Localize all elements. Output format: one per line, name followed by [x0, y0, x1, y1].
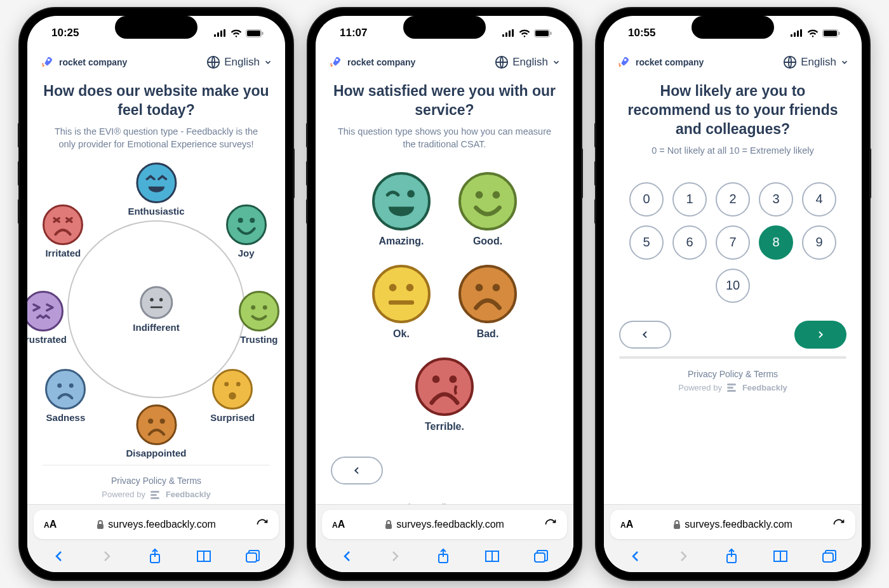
back-button[interactable]: [331, 457, 383, 484]
emotion-irritated[interactable]: Irritated: [43, 204, 83, 258]
bookmarks-icon[interactable]: [772, 549, 789, 564]
back-icon[interactable]: [51, 549, 67, 564]
svg-point-40: [493, 191, 500, 199]
emotion-trusting[interactable]: Trusting: [239, 291, 279, 345]
brand: rocket company: [40, 55, 127, 69]
battery-icon: [246, 29, 264, 37]
nps-option-8[interactable]: 8: [759, 225, 793, 260]
nps-option-2[interactable]: 2: [716, 182, 750, 217]
share-icon[interactable]: [436, 548, 451, 565]
svg-point-14: [251, 305, 255, 310]
emotion-disappointed[interactable]: Disappointed: [126, 404, 186, 458]
csat-label: Good.: [473, 236, 502, 247]
face-joy-icon: [226, 204, 267, 245]
svg-point-47: [450, 376, 457, 384]
nav-row: [316, 451, 573, 488]
svg-rect-35: [551, 32, 552, 35]
svg-point-44: [476, 284, 483, 291]
battery-icon: [822, 29, 840, 37]
nps-option-9[interactable]: 9: [802, 225, 836, 260]
svg-rect-6: [262, 32, 264, 35]
svg-rect-53: [535, 553, 545, 562]
safari-toolbar: [604, 544, 862, 572]
wifi-icon: [231, 29, 242, 37]
share-icon[interactable]: [147, 548, 163, 565]
emotion-enthusiastic[interactable]: Enthusiastic: [128, 163, 184, 217]
next-button[interactable]: [794, 321, 846, 349]
nps-option-1[interactable]: 1: [672, 182, 707, 217]
cellular-icon: [791, 29, 803, 37]
emotion-frustrated[interactable]: Frustrated: [27, 291, 67, 345]
csat-label: Ok.: [393, 328, 410, 340]
survey-header: rocket company English: [604, 50, 862, 78]
emotion-indifferent[interactable]: Indifferent: [133, 286, 179, 332]
refresh-icon[interactable]: [256, 518, 269, 531]
emotion-label: Frustrated: [27, 334, 67, 345]
language-selector[interactable]: English: [783, 55, 849, 69]
bookmarks-icon[interactable]: [196, 549, 212, 564]
face-enthusiastic-icon: [136, 163, 177, 203]
question-subtitle: This is the EVI® question type - Feedbac…: [27, 125, 285, 160]
nps-option-3[interactable]: 3: [759, 182, 793, 217]
url-text: surveys.feedbackly.com: [108, 519, 216, 530]
svg-rect-55: [794, 32, 796, 37]
nps-option-5[interactable]: 5: [629, 225, 664, 260]
status-icons: [214, 29, 264, 37]
share-icon[interactable]: [724, 548, 739, 565]
privacy-link[interactable]: Privacy Policy & Terms: [316, 492, 573, 504]
lock-icon: [673, 520, 681, 529]
nps-option-4[interactable]: 4: [802, 182, 836, 217]
nps-option-10[interactable]: 10: [716, 269, 750, 303]
svg-rect-3: [224, 29, 225, 37]
back-icon[interactable]: [628, 549, 643, 564]
rocket-icon: [328, 55, 342, 69]
back-button[interactable]: [619, 321, 671, 349]
notch: [692, 16, 774, 39]
url-bar[interactable]: AA surveys.feedbackly.com: [610, 510, 855, 539]
privacy-link[interactable]: Privacy Policy & Terms: [27, 465, 285, 490]
face-terrible-icon: [415, 357, 474, 416]
text-size-button[interactable]: AA: [44, 519, 57, 530]
face-surprised-icon: [212, 369, 253, 410]
csat-label: Bad.: [477, 328, 499, 340]
privacy-link[interactable]: Privacy Policy & Terms: [604, 359, 862, 383]
text-size-button[interactable]: AA: [332, 519, 345, 530]
csat-good[interactable]: Good.: [458, 172, 517, 247]
url-display: surveys.feedbackly.com: [673, 519, 792, 530]
brand: rocket company: [617, 55, 704, 69]
status-icons: [791, 29, 840, 37]
text-size-button[interactable]: AA: [620, 519, 633, 530]
emotion-sadness[interactable]: Sadness: [45, 369, 86, 423]
csat-ok[interactable]: Ok.: [372, 265, 431, 340]
svg-rect-23: [150, 491, 159, 493]
back-icon[interactable]: [340, 549, 355, 564]
svg-rect-54: [791, 34, 792, 37]
lock-icon: [97, 520, 104, 529]
nps-option-7[interactable]: 7: [716, 225, 750, 260]
refresh-icon[interactable]: [544, 518, 557, 531]
emotion-label: Surprised: [210, 412, 255, 423]
bookmarks-icon[interactable]: [484, 549, 500, 564]
tabs-icon[interactable]: [821, 549, 838, 564]
url-bar[interactable]: AA surveys.feedbackly.com: [322, 510, 567, 539]
csat-amazing[interactable]: Amazing.: [372, 172, 431, 247]
rocket-icon: [617, 55, 631, 69]
csat-bad[interactable]: Bad.: [458, 265, 517, 340]
nps-option-0[interactable]: 0: [629, 182, 664, 217]
language-selector[interactable]: English: [495, 55, 561, 69]
emotion-surprised[interactable]: Surprised: [210, 369, 255, 423]
emotion-joy[interactable]: Joy: [226, 204, 267, 258]
tabs-icon[interactable]: [533, 549, 549, 564]
svg-point-17: [236, 382, 241, 386]
safari-chrome: AA surveys.feedbackly.com: [604, 504, 862, 572]
language-selector[interactable]: English: [206, 55, 272, 69]
powered-brand: Feedbackly: [742, 383, 787, 392]
powered-brand: Feedbackly: [166, 490, 211, 499]
tabs-icon[interactable]: [244, 549, 261, 564]
csat-terrible[interactable]: Terrible.: [415, 357, 474, 432]
refresh-icon[interactable]: [832, 518, 845, 531]
svg-point-38: [407, 190, 415, 198]
url-bar[interactable]: AA surveys.feedbackly.com: [34, 510, 279, 539]
nps-option-6[interactable]: 6: [672, 225, 707, 260]
face-disappointed-icon: [136, 404, 177, 445]
